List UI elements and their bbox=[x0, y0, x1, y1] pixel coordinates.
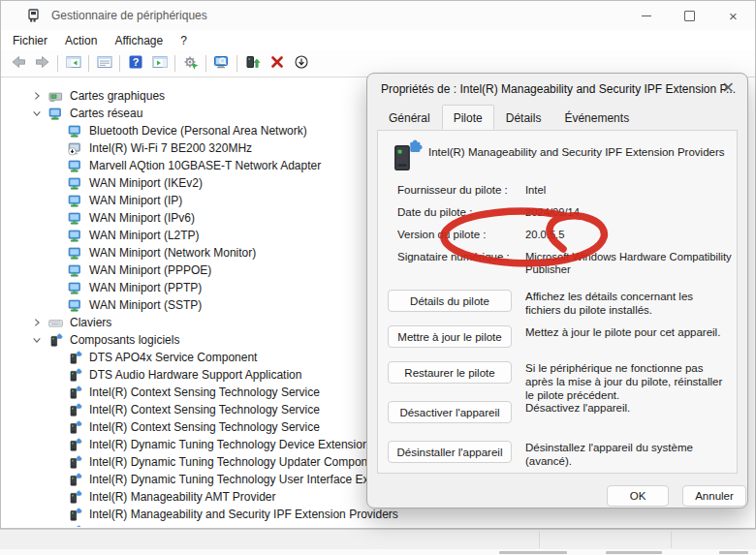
network-adapter-icon bbox=[68, 263, 82, 278]
driver-info-row: Fournisseur du pilote :Intel bbox=[397, 184, 733, 197]
tree-item-label: Composants logiciels bbox=[70, 333, 179, 347]
tab-d-tails[interactable]: Détails bbox=[494, 106, 553, 129]
tree-item-label: Intel(R) Dynamic Tuning Technology Devic… bbox=[89, 438, 381, 451]
tree-item-label: WAN Miniport (IPv6) bbox=[89, 211, 195, 225]
tree-item-label: Claviers bbox=[70, 316, 111, 329]
show-console-tree-button[interactable] bbox=[61, 53, 85, 75]
driver-info-value: 20.0.5.5 bbox=[525, 229, 733, 241]
uninstall-device-button-description: Désinstallez l'appareil du système (avan… bbox=[525, 441, 731, 468]
driver-action-row: Désactiver l'appareilDésactivez l'appare… bbox=[388, 401, 731, 423]
device-name: Intel(R) Manageability and Security IPF … bbox=[428, 146, 725, 158]
software-component-icon bbox=[68, 490, 82, 505]
network-adapter-icon bbox=[68, 124, 82, 139]
minimize-button[interactable] bbox=[624, 1, 668, 30]
tree-item-label: WAN Miniport (SSTP) bbox=[89, 298, 202, 312]
tree-item-label: Intel(R) Dynamic Tuning Technology Updat… bbox=[89, 455, 367, 469]
tree-item-label: Intel(R) Manageability and Security IPF … bbox=[89, 508, 398, 521]
toolbar-separator bbox=[236, 55, 237, 72]
background-window-strip bbox=[0, 529, 756, 550]
svg-text:?: ? bbox=[132, 56, 139, 68]
update-driver-button-description: Mettez à jour le pilote pour cet apparei… bbox=[525, 325, 731, 339]
driver-info-row: Date du pilote :2024/09/14 bbox=[397, 206, 733, 219]
chevron-expanded-icon[interactable] bbox=[31, 334, 43, 346]
illegible-text-fragment bbox=[606, 551, 662, 554]
back-button[interactable] bbox=[6, 53, 30, 75]
driver-info-row: Version du pilote :20.0.5.5 bbox=[397, 229, 733, 241]
driver-details-button-description: Affichez les détails concernant les fich… bbox=[525, 290, 731, 317]
disable-device-button[interactable] bbox=[289, 53, 313, 75]
menu-action[interactable]: Action bbox=[56, 32, 106, 49]
dialog-tabs: GénéralPiloteDétailsÉvénements bbox=[367, 105, 747, 129]
disable-device-icon bbox=[293, 54, 310, 74]
tab-g-n-ral[interactable]: Général bbox=[377, 106, 442, 129]
toolbar-separator bbox=[88, 55, 89, 72]
illegible-text-fragment bbox=[719, 551, 748, 554]
dialog-close-button[interactable]: ✕ bbox=[722, 78, 735, 97]
software-component-icon bbox=[68, 368, 82, 383]
maximize-icon bbox=[684, 11, 695, 21]
menu-affichage[interactable]: Affichage bbox=[106, 32, 172, 49]
software-component-icon bbox=[389, 139, 424, 173]
action-pane-button[interactable] bbox=[147, 53, 172, 75]
tab--v-nements[interactable]: Événements bbox=[552, 106, 641, 129]
roll-back-driver-button[interactable]: Restaurer le pilote bbox=[388, 361, 512, 384]
ok-button[interactable]: OK bbox=[607, 485, 669, 507]
tab-pilote[interactable]: Pilote bbox=[442, 105, 494, 130]
forward-icon bbox=[34, 54, 51, 74]
driver-info-value: Intel bbox=[525, 184, 733, 197]
chevron-collapsed-icon[interactable] bbox=[31, 90, 43, 102]
forward-button[interactable] bbox=[30, 53, 54, 75]
menu-help[interactable]: ? bbox=[172, 32, 196, 49]
driver-info-label: Signataire numérique : bbox=[397, 251, 525, 276]
network-adapter-icon bbox=[68, 229, 82, 243]
strip-divider bbox=[539, 532, 540, 548]
uninstall-device-button[interactable] bbox=[265, 53, 289, 75]
uninstall-device-button[interactable]: Désinstaller l'appareil bbox=[388, 441, 512, 463]
computer-search-icon bbox=[213, 54, 231, 74]
software-component-icon bbox=[68, 351, 82, 365]
driver-action-row: Restaurer le piloteSi le périphérique ne… bbox=[388, 361, 731, 402]
maximize-button[interactable] bbox=[668, 1, 711, 30]
minimize-icon bbox=[642, 15, 651, 16]
network-adapter-icon bbox=[68, 176, 82, 191]
tree-item-label: WAN Miniport (IKEv2) bbox=[89, 176, 203, 190]
toolbar-separator bbox=[174, 55, 175, 72]
driver-info-row: Signataire numérique :Microsoft Windows … bbox=[397, 251, 733, 276]
disable-device-button[interactable]: Désactiver l'appareil bbox=[388, 401, 512, 423]
software-component-icon bbox=[68, 385, 82, 400]
menu-fichier[interactable]: Fichier bbox=[4, 32, 56, 49]
toolbar-separator bbox=[57, 55, 58, 72]
window-controls: × bbox=[624, 1, 755, 30]
driver-details-button[interactable]: Détails du pilote bbox=[388, 290, 512, 312]
illegible-text-fragment bbox=[499, 551, 567, 554]
update-driver-button[interactable]: Mettre à jour le pilote bbox=[388, 325, 512, 348]
toolbar-separator bbox=[119, 55, 120, 72]
chevron-collapsed-icon[interactable] bbox=[31, 317, 43, 328]
driver-info-label: Version du pilote : bbox=[397, 229, 525, 241]
tree-item-label: Marvell AQtion 10GBASE-T Network Adapter bbox=[89, 159, 321, 172]
close-button[interactable]: × bbox=[711, 1, 755, 30]
pilote-tab-page: Intel(R) Manageability and Security IPF … bbox=[377, 130, 738, 474]
tree-item-label: WAN Miniport (IP) bbox=[89, 194, 182, 207]
tree-row-partial[interactable] bbox=[2, 523, 754, 527]
software-component-icon bbox=[68, 455, 82, 470]
computer-search-button[interactable] bbox=[209, 53, 234, 75]
menu-bar: FichierActionAffichage? bbox=[1, 30, 755, 50]
update-driver-button[interactable] bbox=[240, 53, 265, 75]
dialog-title: Propriétés de : Intel(R) Manageability a… bbox=[367, 74, 747, 105]
scan-hardware-changes-button[interactable] bbox=[178, 53, 203, 75]
cancel-button[interactable]: Annuler bbox=[682, 485, 746, 507]
strip-divider bbox=[671, 532, 672, 548]
software-component-icon bbox=[68, 438, 82, 452]
chevron-expanded-icon[interactable] bbox=[31, 108, 43, 119]
back-icon bbox=[10, 54, 27, 74]
tree-item-label: WAN Miniport (Network Monitor) bbox=[89, 246, 256, 260]
show-console-tree-icon bbox=[65, 54, 82, 74]
tree-item-label: Intel(R) Manageability AMT Provider bbox=[89, 490, 276, 504]
network-adapter-icon bbox=[68, 281, 82, 295]
close-icon: × bbox=[729, 9, 738, 23]
tree-item-label: WAN Miniport (L2TP) bbox=[89, 229, 200, 242]
properties-button[interactable] bbox=[92, 53, 116, 75]
network-adapter-disabled-icon bbox=[68, 141, 82, 156]
help-button[interactable]: ? bbox=[123, 53, 147, 75]
